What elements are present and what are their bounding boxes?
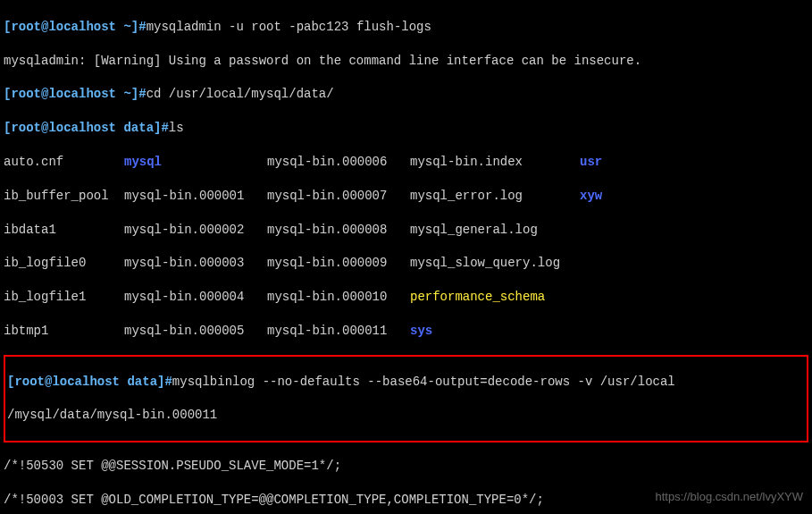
prompt: [root@localhost data]#	[4, 121, 169, 135]
ls-row: ibtmp1mysql-bin.000005mysql-bin.000011sy…	[4, 323, 808, 340]
command-text: mysqladmin -u root -pabc123 flush-logs	[146, 20, 431, 34]
warning-text: mysqladmin: [Warning] Using a password o…	[4, 53, 808, 70]
prompt: [root@localhost ~]#	[4, 87, 146, 101]
ls-row: ibdata1mysql-bin.000002mysql-bin.000008m…	[4, 222, 808, 239]
watermark-text: https://blog.csdn.net/lvyXYW	[656, 489, 803, 505]
command-text: cd /usr/local/mysql/data/	[146, 87, 334, 101]
command-text: mysqlbinlog --no-defaults --base64-outpu…	[172, 375, 675, 389]
prompt: [root@localhost data]#	[7, 375, 172, 389]
prompt: [root@localhost ~]#	[4, 20, 146, 34]
ls-row: ib_logfile0mysql-bin.000003mysql-bin.000…	[4, 255, 808, 272]
ls-row: ib_logfile1mysql-bin.000004mysql-bin.000…	[4, 289, 808, 306]
highlighted-command: [root@localhost data]#mysqlbinlog --no-d…	[4, 355, 808, 442]
command-continuation: /mysql/data/mysql-bin.000011	[7, 407, 805, 424]
output-line: /*!50530 SET @@SESSION.PSEUDO_SLAVE_MODE…	[4, 458, 808, 475]
command-text: ls	[169, 121, 184, 135]
terminal-output[interactable]: [root@localhost ~]#mysqladmin -u root -p…	[0, 0, 812, 514]
ls-row: auto.cnfmysqlmysql-bin.000006mysql-bin.i…	[4, 154, 808, 171]
ls-row: ib_buffer_poolmysql-bin.000001mysql-bin.…	[4, 188, 808, 205]
